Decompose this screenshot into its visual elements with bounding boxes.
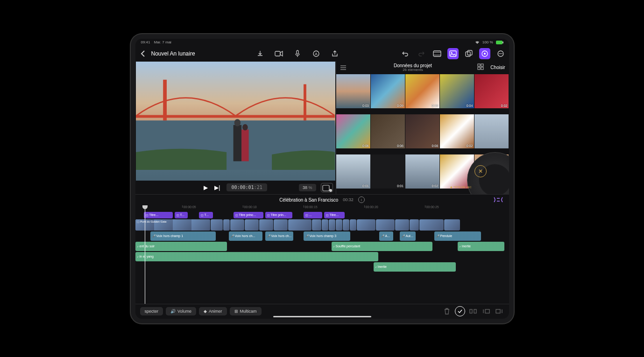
volume-button[interactable]: 🔊 Volume (166, 307, 196, 315)
audio-clip[interactable]: 🎤Aut... (400, 231, 416, 241)
video-clip[interactable] (312, 219, 321, 231)
clip-thumbnail[interactable]: 0:02 (474, 74, 509, 108)
video-clip[interactable] (410, 219, 419, 231)
video-clip[interactable] (230, 219, 244, 231)
title-clip[interactable]: ◫Titre... (324, 212, 345, 218)
more-icon[interactable] (495, 48, 506, 59)
zoom-level[interactable]: 38 % (299, 184, 316, 191)
jog-label: ◆ TÊTE DE LEC (450, 185, 471, 189)
title-clip[interactable]: ◫Titre princ... (234, 212, 263, 218)
music-clip[interactable]: ♪ent du soir (135, 242, 227, 251)
undo-icon[interactable] (400, 48, 411, 59)
inspect-button[interactable]: specter (140, 307, 163, 315)
video-clip[interactable] (343, 219, 349, 231)
next-frame-button[interactable]: ▶| (214, 184, 220, 191)
clip-thumbnail[interactable]: 0:06 (336, 114, 370, 148)
timeline-ruler[interactable]: 00:00:0500:00:1000:00:1500:00:2000:00:25 (135, 205, 509, 212)
video-clip[interactable] (376, 219, 395, 231)
video-clip[interactable] (336, 219, 342, 231)
svg-rect-9 (466, 52, 470, 56)
title-clip[interactable]: ◫T... (199, 212, 213, 218)
trash-icon[interactable] (442, 306, 452, 316)
video-clip[interactable] (274, 219, 288, 231)
video-clip[interactable] (259, 219, 273, 231)
music-clip[interactable]: ♪Inertie (374, 262, 456, 272)
clip-thumbnail[interactable]: 0:06 (371, 114, 405, 148)
video-clip[interactable] (395, 219, 409, 231)
enable-clip-icon[interactable] (455, 306, 465, 316)
import-icon[interactable] (255, 48, 266, 59)
video-clip[interactable]: ▢ Pont du Golden Gate (135, 219, 210, 231)
svg-rect-32 (474, 309, 476, 313)
sidebar-toggle-icon[interactable] (340, 65, 348, 70)
title-clip[interactable]: ◫T... (175, 212, 188, 218)
audio-clip[interactable]: 🎤Voix hors ch... (229, 231, 262, 241)
clip-thumbnail[interactable]: 0:02 (405, 154, 439, 189)
video-clip[interactable] (444, 219, 460, 231)
media-browser-icon[interactable] (447, 48, 459, 59)
mic-icon[interactable] (292, 48, 303, 59)
text-icon[interactable]: A (311, 48, 322, 59)
multicam-button[interactable]: ⊞ Multicam (230, 307, 262, 315)
home-indicator[interactable] (273, 316, 371, 317)
clip-thumbnail[interactable]: 0:01 (371, 154, 405, 189)
svg-rect-27 (478, 64, 480, 66)
redo-icon[interactable] (416, 48, 427, 59)
clip-thumbnail[interactable]: 0:02 (440, 114, 474, 148)
clip-thumbnail[interactable]: 0:01 (336, 154, 370, 189)
timecode-display[interactable]: 00:00:01:21 (226, 183, 267, 191)
clip-thumbnail[interactable]: 0:03 (336, 74, 370, 108)
viewer-canvas[interactable] (136, 62, 335, 181)
title-clip[interactable]: ◫... (304, 212, 322, 218)
view-mode-button[interactable] (321, 183, 333, 192)
music-clip[interactable]: ♪Inertie (458, 242, 504, 251)
overlay-icon[interactable] (463, 48, 474, 59)
clip-thumbnail[interactable]: 0:09 (371, 74, 405, 108)
audio-clip[interactable]: 🎤Pendule (434, 231, 481, 241)
speaker-icon: 🔊 (170, 309, 176, 314)
audio-clip[interactable]: 🎤Voix hors champ 3 (304, 231, 350, 241)
audio-clip[interactable]: 🎤A... (379, 231, 393, 241)
video-clip[interactable] (357, 219, 375, 231)
audio-clip[interactable]: 🎤Voix hors champ 1 (150, 231, 216, 241)
clip-thumbnail[interactable] (474, 114, 509, 148)
video-clip[interactable] (329, 219, 335, 231)
share-icon[interactable] (329, 48, 340, 59)
clip-thumbnail[interactable]: 0:08 (405, 114, 439, 148)
video-clip[interactable] (288, 219, 311, 231)
trim-right-icon[interactable] (494, 306, 504, 316)
svg-rect-10 (467, 50, 472, 55)
video-clip[interactable] (322, 219, 328, 231)
filmstrip-icon[interactable] (432, 48, 443, 59)
jog-icon[interactable] (479, 48, 490, 59)
music-clip[interactable]: ♪in et yang (135, 252, 378, 261)
playhead[interactable] (145, 205, 145, 304)
video-clip[interactable] (223, 219, 230, 231)
clip-thumbnail[interactable]: 0:04 (440, 74, 474, 108)
grid-view-icon[interactable] (477, 63, 486, 72)
choose-button[interactable]: Choisir (490, 65, 505, 70)
title-clip[interactable]: ◫Titre prin... (265, 212, 292, 218)
play-button[interactable]: ▶ (204, 184, 208, 191)
magnetic-timeline-icon[interactable] (493, 196, 503, 203)
timeline[interactable]: 00:00:0500:00:1000:00:1500:00:2000:00:25… (135, 205, 509, 304)
video-clip[interactable] (350, 219, 356, 231)
split-icon[interactable] (468, 306, 478, 316)
music-track-2: ♪in et yang (135, 252, 509, 261)
jog-close-button[interactable]: ✕ (474, 165, 487, 177)
primary-video-track: ▢ Pont du Golden Gate (135, 219, 509, 231)
svg-rect-28 (481, 64, 483, 66)
clip-thumbnail[interactable]: 0:10 (405, 74, 439, 108)
music-clip[interactable]: ♪Souffle percutant (332, 242, 432, 251)
trim-left-icon[interactable] (481, 306, 491, 316)
svg-rect-21 (233, 125, 241, 161)
title-clip[interactable]: ◫Titre... (144, 212, 173, 218)
video-clip[interactable] (211, 219, 223, 231)
audio-clip[interactable]: 🎤Voix hors ch... (265, 231, 293, 241)
camera-icon[interactable] (273, 48, 284, 59)
animate-button[interactable]: ◆ Animer (199, 307, 227, 315)
info-button[interactable]: i (358, 196, 365, 203)
video-clip[interactable] (245, 219, 259, 231)
video-clip[interactable] (419, 219, 444, 231)
back-button[interactable] (138, 49, 148, 58)
